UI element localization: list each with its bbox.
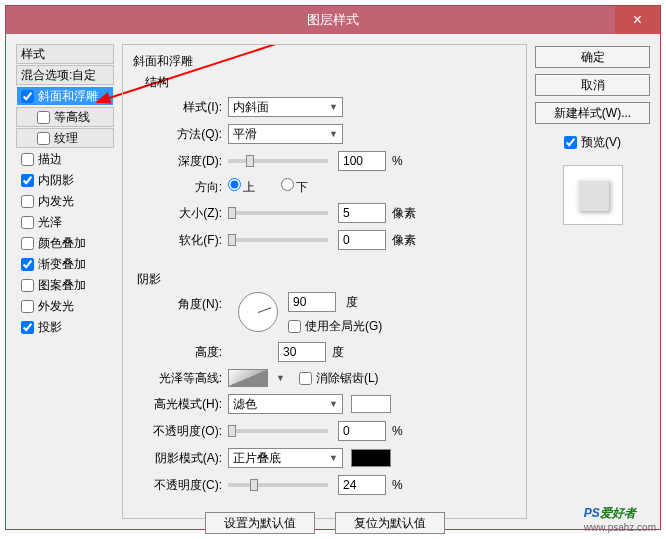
gloss-label: 光泽等高线: [133, 370, 228, 387]
angle-input[interactable] [288, 292, 336, 312]
antialias-checkbox[interactable] [299, 372, 312, 385]
method-label: 方法(Q): [133, 126, 228, 143]
depth-unit: % [392, 154, 403, 168]
structure-title: 结构 [145, 74, 516, 91]
global-light-checkbox[interactable] [288, 320, 301, 333]
dir-down-radio[interactable]: 下 [281, 178, 308, 196]
titlebar: 图层样式 × [6, 6, 660, 34]
altitude-input[interactable] [278, 342, 326, 362]
size-slider[interactable] [228, 211, 328, 215]
soften-input[interactable] [338, 230, 386, 250]
highlight-opacity-slider[interactable] [228, 429, 328, 433]
new-style-button[interactable]: 新建样式(W)... [535, 102, 650, 124]
direction-group: 上 下 [228, 178, 308, 196]
close-button[interactable]: × [615, 6, 660, 34]
bevel-title: 斜面和浮雕 [133, 53, 516, 70]
stroke-checkbox[interactable] [21, 153, 34, 166]
inner-glow-checkbox[interactable] [21, 195, 34, 208]
gloss-contour-picker[interactable] [228, 369, 268, 387]
color-overlay-checkbox[interactable] [21, 237, 34, 250]
highlight-mode-select[interactable]: 滤色▼ [228, 394, 343, 414]
style-satin[interactable]: 光泽 [16, 212, 114, 232]
highlight-opacity-input[interactable] [338, 421, 386, 441]
shadow-mode-label: 阴影模式(A): [133, 450, 228, 467]
style-gradient-overlay[interactable]: 渐变叠加 [16, 254, 114, 274]
style-outer-glow[interactable]: 外发光 [16, 296, 114, 316]
preview-checkbox[interactable] [564, 136, 577, 149]
style-bevel-emboss[interactable]: 斜面和浮雕 [16, 86, 114, 106]
shading-title: 阴影 [137, 271, 516, 288]
reset-default-button[interactable]: 复位为默认值 [335, 512, 445, 534]
layer-style-dialog: 图层样式 × 样式 混合选项:自定 斜面和浮雕 等高线 纹理 描边 内阴影 内发… [5, 5, 661, 530]
soften-label: 软化(F): [133, 232, 228, 249]
direction-label: 方向: [133, 179, 228, 196]
style-color-overlay[interactable]: 颜色叠加 [16, 233, 114, 253]
preview-swatch [577, 179, 609, 211]
style-stroke[interactable]: 描边 [16, 149, 114, 169]
blend-options-header[interactable]: 混合选项:自定 [16, 65, 114, 85]
chevron-down-icon: ▼ [329, 453, 338, 463]
method-select[interactable]: 平滑▼ [228, 124, 343, 144]
dialog-title: 图层样式 [307, 11, 359, 29]
styles-list: 样式 混合选项:自定 斜面和浮雕 等高线 纹理 描边 内阴影 内发光 光泽 颜色… [16, 44, 114, 519]
settings-panel: 斜面和浮雕 结构 样式(I): 内斜面▼ 方法(Q): 平滑▼ 深度(D): %… [122, 44, 527, 519]
soften-unit: 像素 [392, 232, 416, 249]
gradient-overlay-checkbox[interactable] [21, 258, 34, 271]
inner-shadow-checkbox[interactable] [21, 174, 34, 187]
pattern-overlay-checkbox[interactable] [21, 279, 34, 292]
shadow-opacity-input[interactable] [338, 475, 386, 495]
contour-checkbox[interactable] [37, 111, 50, 124]
chevron-down-icon[interactable]: ▼ [276, 373, 285, 383]
outer-glow-checkbox[interactable] [21, 300, 34, 313]
texture-checkbox[interactable] [37, 132, 50, 145]
dialog-content: 样式 混合选项:自定 斜面和浮雕 等高线 纹理 描边 内阴影 内发光 光泽 颜色… [6, 34, 660, 529]
set-default-button[interactable]: 设置为默认值 [205, 512, 315, 534]
style-drop-shadow[interactable]: 投影 [16, 317, 114, 337]
styles-header[interactable]: 样式 [16, 44, 114, 64]
style-pattern-overlay[interactable]: 图案叠加 [16, 275, 114, 295]
cancel-button[interactable]: 取消 [535, 74, 650, 96]
drop-shadow-checkbox[interactable] [21, 321, 34, 334]
preview-checkbox-row: 预览(V) [564, 134, 621, 151]
depth-slider[interactable] [228, 159, 328, 163]
style-label: 样式(I): [133, 99, 228, 116]
style-inner-glow[interactable]: 内发光 [16, 191, 114, 211]
style-inner-shadow[interactable]: 内阴影 [16, 170, 114, 190]
chevron-down-icon: ▼ [329, 129, 338, 139]
depth-input[interactable] [338, 151, 386, 171]
size-unit: 像素 [392, 205, 416, 222]
angle-label: 角度(N): [133, 292, 228, 313]
preview-box [563, 165, 623, 225]
satin-checkbox[interactable] [21, 216, 34, 229]
highlight-mode-label: 高光模式(H): [133, 396, 228, 413]
style-select[interactable]: 内斜面▼ [228, 97, 343, 117]
chevron-down-icon: ▼ [329, 102, 338, 112]
depth-label: 深度(D): [133, 153, 228, 170]
shadow-opacity-label: 不透明度(C): [133, 477, 228, 494]
dir-up-radio[interactable]: 上 [228, 178, 255, 196]
bevel-checkbox[interactable] [21, 90, 34, 103]
default-buttons: 设置为默认值 复位为默认值 [133, 512, 516, 534]
highlight-opacity-label: 不透明度(O): [133, 423, 228, 440]
soften-slider[interactable] [228, 238, 328, 242]
shadow-mode-select[interactable]: 正片叠底▼ [228, 448, 343, 468]
watermark: PS爱好者 www.psahz.com [584, 499, 656, 533]
right-panel: 确定 取消 新建样式(W)... 预览(V) [535, 44, 650, 519]
style-texture[interactable]: 纹理 [16, 128, 114, 148]
shadow-color-swatch[interactable] [351, 449, 391, 467]
altitude-label: 高度: [133, 344, 228, 361]
angle-widget[interactable] [238, 292, 278, 332]
ok-button[interactable]: 确定 [535, 46, 650, 68]
size-input[interactable] [338, 203, 386, 223]
size-label: 大小(Z): [133, 205, 228, 222]
chevron-down-icon: ▼ [329, 399, 338, 409]
highlight-color-swatch[interactable] [351, 395, 391, 413]
shadow-opacity-slider[interactable] [228, 483, 328, 487]
style-contour[interactable]: 等高线 [16, 107, 114, 127]
